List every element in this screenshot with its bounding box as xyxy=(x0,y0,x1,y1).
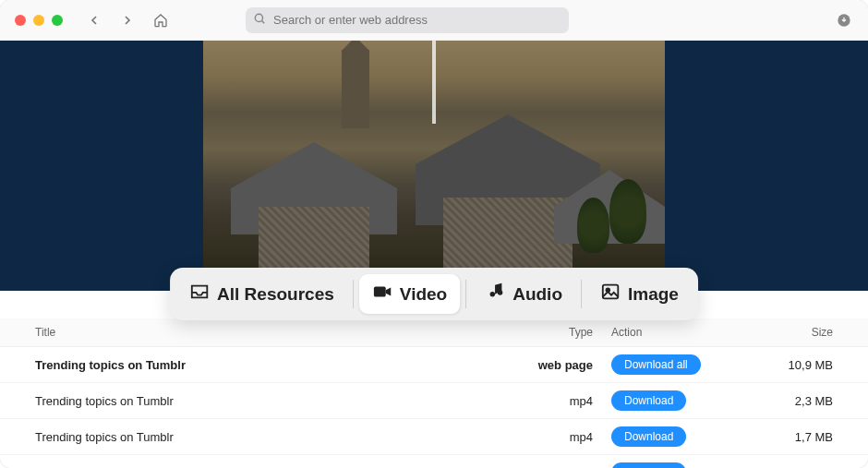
tab-separator xyxy=(353,280,354,308)
minimize-window-button[interactable] xyxy=(33,15,44,26)
tab-image[interactable]: Image xyxy=(587,274,692,314)
titlebar xyxy=(0,0,868,41)
video-icon xyxy=(372,282,392,306)
header-action: Action xyxy=(611,326,722,339)
tab-label: Video xyxy=(400,284,447,305)
table-row: Trending topics on Tumblr mp4 Download 6… xyxy=(0,455,868,468)
back-button[interactable] xyxy=(81,7,107,33)
download-all-button[interactable]: Download all xyxy=(611,354,701,375)
cell-type: web page xyxy=(482,358,611,372)
download-button[interactable]: Download xyxy=(611,462,686,468)
image-icon xyxy=(600,282,621,306)
cell-title: Trending topics on Tumblr xyxy=(35,430,482,444)
close-window-button[interactable] xyxy=(15,15,26,26)
table-row: Trending topics on Tumblr web page Downl… xyxy=(0,347,868,383)
table-row: Trending topics on Tumblr mp4 Download 2… xyxy=(0,383,868,419)
cell-type: mp4 xyxy=(482,430,611,444)
svg-line-1 xyxy=(262,20,265,23)
cell-type: mp4 xyxy=(482,394,611,408)
tab-label: Image xyxy=(628,284,679,305)
resource-tabs: All Resources Video Audio Image xyxy=(170,268,698,320)
cell-title: Trending topics on Tumblr xyxy=(35,358,482,372)
search-icon xyxy=(253,12,266,29)
inbox-icon xyxy=(189,282,210,306)
cell-title: Trending topics on Tumblr xyxy=(35,394,482,408)
tab-all-resources[interactable]: All Resources xyxy=(176,274,347,314)
header-title: Title xyxy=(35,326,482,339)
window-controls xyxy=(15,15,63,26)
svg-point-0 xyxy=(255,14,262,21)
maximize-window-button[interactable] xyxy=(52,15,63,26)
tab-video[interactable]: Video xyxy=(359,274,460,314)
hero-image xyxy=(203,41,665,281)
header-size: Size xyxy=(722,326,833,339)
svg-rect-5 xyxy=(603,285,619,299)
svg-rect-3 xyxy=(374,287,386,297)
header-type: Type xyxy=(482,326,611,339)
download-button[interactable]: Download xyxy=(611,390,686,411)
cell-size: 1,7 MB xyxy=(722,430,833,444)
tab-audio[interactable]: Audio xyxy=(472,274,575,314)
svg-point-4 xyxy=(498,290,503,295)
forward-button[interactable] xyxy=(115,7,140,33)
cell-size: 2,3 MB xyxy=(722,394,833,408)
address-bar-wrap xyxy=(246,7,569,33)
address-bar[interactable] xyxy=(246,7,569,33)
table-row: Trending topics on Tumblr mp4 Download 1… xyxy=(0,419,868,455)
tab-label: All Resources xyxy=(217,284,334,305)
tab-separator xyxy=(581,280,582,308)
downloads-button[interactable] xyxy=(827,7,853,33)
download-button[interactable]: Download xyxy=(611,426,686,447)
resource-table: Title Type Action Size Trending topics o… xyxy=(0,318,868,468)
audio-icon xyxy=(485,282,505,306)
tab-separator xyxy=(465,280,466,308)
home-button[interactable] xyxy=(148,7,174,33)
cell-size: 10,9 MB xyxy=(722,358,833,372)
tab-label: Audio xyxy=(512,284,562,305)
hero-area xyxy=(0,41,868,291)
table-header: Title Type Action Size xyxy=(0,318,868,347)
